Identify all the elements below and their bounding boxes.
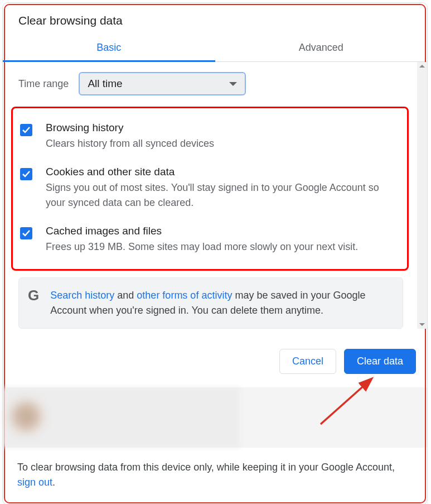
checkbox-cookies[interactable] bbox=[20, 168, 32, 180]
check-icon bbox=[22, 126, 31, 135]
tab-advanced[interactable]: Advanced bbox=[215, 34, 428, 61]
time-range-value: All time bbox=[88, 78, 122, 90]
google-icon: G bbox=[28, 288, 39, 303]
check-title: Browsing history bbox=[46, 122, 214, 134]
time-range-label: Time range bbox=[18, 78, 69, 90]
list-item: Browsing history Clears history from all… bbox=[20, 116, 400, 160]
annotation-highlight-box: Browsing history Clears history from all… bbox=[11, 107, 409, 271]
check-desc: Clears history from all synced devices bbox=[46, 136, 214, 151]
list-item: Cookies and other site data Signs you ou… bbox=[20, 160, 400, 219]
check-icon bbox=[22, 229, 31, 238]
check-desc: Signs you out of most sites. You'll stay… bbox=[46, 180, 400, 210]
check-desc: Frees up 319 MB. Some sites may load mor… bbox=[46, 239, 358, 255]
clear-data-button[interactable]: Clear data bbox=[344, 349, 416, 374]
clear-browsing-data-dialog: Clear browsing data Basic Advanced Time … bbox=[2, 2, 428, 504]
google-account-info: G Search history and other forms of acti… bbox=[18, 277, 403, 329]
list-item: Cached images and files Frees up 319 MB.… bbox=[20, 219, 400, 255]
link-other-activity[interactable]: other forms of activity bbox=[137, 290, 232, 301]
tab-bar: Basic Advanced bbox=[3, 34, 427, 62]
scrollable-area: Time range All time Browsing history Cle… bbox=[3, 62, 427, 329]
tab-basic[interactable]: Basic bbox=[3, 34, 215, 61]
blurred-user-section bbox=[3, 387, 427, 448]
check-title: Cached images and files bbox=[46, 225, 358, 237]
chevron-down-icon bbox=[229, 82, 237, 86]
dialog-title: Clear browsing data bbox=[3, 3, 427, 34]
link-sign-out[interactable]: sign out bbox=[17, 477, 52, 488]
checkbox-cached[interactable] bbox=[20, 227, 32, 239]
scroll-up-icon[interactable] bbox=[419, 65, 425, 68]
avatar bbox=[9, 400, 43, 433]
footer-text: To clear browsing data from this device … bbox=[3, 448, 427, 504]
info-text: Search history and other forms of activi… bbox=[50, 288, 394, 318]
check-icon bbox=[22, 170, 31, 179]
cancel-button[interactable]: Cancel bbox=[279, 349, 336, 374]
scroll-down-icon[interactable] bbox=[419, 323, 425, 326]
scrollbar[interactable] bbox=[417, 62, 427, 329]
checkbox-browsing-history[interactable] bbox=[20, 124, 32, 136]
link-search-history[interactable]: Search history bbox=[50, 290, 114, 301]
time-range-select[interactable]: All time bbox=[79, 72, 246, 95]
check-title: Cookies and other site data bbox=[46, 166, 400, 178]
dialog-actions: Cancel Clear data bbox=[3, 329, 427, 387]
